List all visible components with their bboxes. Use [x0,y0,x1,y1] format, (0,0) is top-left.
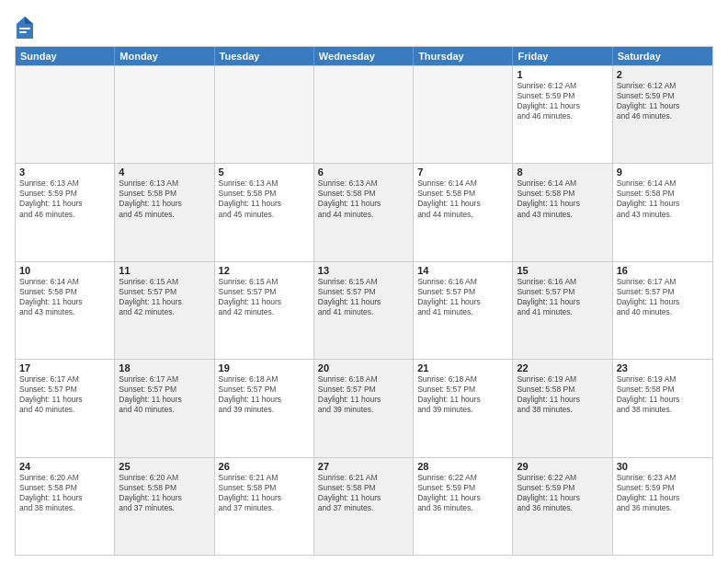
day-info: Sunrise: 6:21 AM Sunset: 5:58 PM Dayligh… [318,473,409,513]
day-info: Sunrise: 6:15 AM Sunset: 5:57 PM Dayligh… [318,277,409,317]
svg-rect-2 [19,28,30,29]
day-number: 1 [517,69,608,80]
calendar-cell: 6Sunrise: 6:13 AM Sunset: 5:58 PM Daylig… [314,164,414,260]
day-number: 3 [19,167,110,178]
day-info: Sunrise: 6:16 AM Sunset: 5:57 PM Dayligh… [517,277,608,317]
calendar-header: SundayMondayTuesdayWednesdayThursdayFrid… [16,47,712,65]
day-number: 19 [219,362,310,373]
day-info: Sunrise: 6:17 AM Sunset: 5:57 PM Dayligh… [19,374,110,415]
calendar-cell [314,66,414,163]
header-day-friday: Friday [513,47,612,65]
day-info: Sunrise: 6:19 AM Sunset: 5:58 PM Dayligh… [617,374,709,415]
header-day-monday: Monday [115,47,214,65]
day-number: 8 [517,167,608,178]
day-info: Sunrise: 6:17 AM Sunset: 5:57 PM Dayligh… [119,374,210,415]
day-number: 11 [119,265,210,276]
calendar-cell: 23Sunrise: 6:19 AM Sunset: 5:58 PM Dayli… [613,360,712,456]
calendar-body: 1Sunrise: 6:12 AM Sunset: 5:59 PM Daylig… [16,65,712,555]
header-day-wednesday: Wednesday [314,47,414,65]
calendar-week-5: 24Sunrise: 6:20 AM Sunset: 5:58 PM Dayli… [16,457,712,555]
day-number: 2 [617,69,709,80]
calendar-cell: 2Sunrise: 6:12 AM Sunset: 5:59 PM Daylig… [613,66,712,163]
day-info: Sunrise: 6:15 AM Sunset: 5:57 PM Dayligh… [219,277,310,317]
header-day-saturday: Saturday [613,47,712,65]
day-info: Sunrise: 6:22 AM Sunset: 5:59 PM Dayligh… [417,473,508,513]
calendar-cell [414,66,513,163]
calendar-cell: 4Sunrise: 6:13 AM Sunset: 5:58 PM Daylig… [115,164,214,260]
day-info: Sunrise: 6:14 AM Sunset: 5:58 PM Dayligh… [517,178,608,219]
day-number: 20 [318,362,409,373]
day-number: 23 [617,362,709,373]
day-info: Sunrise: 6:13 AM Sunset: 5:58 PM Dayligh… [119,178,210,219]
day-info: Sunrise: 6:18 AM Sunset: 5:57 PM Dayligh… [219,374,310,415]
day-info: Sunrise: 6:14 AM Sunset: 5:58 PM Dayligh… [417,178,508,219]
svg-rect-3 [19,31,27,33]
calendar-cell: 27Sunrise: 6:21 AM Sunset: 5:58 PM Dayli… [314,458,414,555]
header-day-thursday: Thursday [414,47,513,65]
calendar-cell: 7Sunrise: 6:14 AM Sunset: 5:58 PM Daylig… [414,164,513,260]
calendar-cell: 8Sunrise: 6:14 AM Sunset: 5:58 PM Daylig… [513,164,612,260]
calendar: SundayMondayTuesdayWednesdayThursdayFrid… [15,46,713,556]
day-info: Sunrise: 6:14 AM Sunset: 5:58 PM Dayligh… [617,178,709,219]
day-info: Sunrise: 6:14 AM Sunset: 5:58 PM Dayligh… [19,277,110,317]
calendar-week-4: 17Sunrise: 6:17 AM Sunset: 5:57 PM Dayli… [16,359,712,456]
day-info: Sunrise: 6:12 AM Sunset: 5:59 PM Dayligh… [517,81,608,121]
day-number: 4 [119,167,210,178]
calendar-cell: 20Sunrise: 6:18 AM Sunset: 5:57 PM Dayli… [314,360,414,456]
day-info: Sunrise: 6:13 AM Sunset: 5:58 PM Dayligh… [219,178,310,219]
day-number: 27 [318,461,409,472]
calendar-cell: 18Sunrise: 6:17 AM Sunset: 5:57 PM Dayli… [115,360,214,456]
day-info: Sunrise: 6:17 AM Sunset: 5:57 PM Dayligh… [617,277,709,317]
day-number: 10 [19,265,110,276]
day-info: Sunrise: 6:20 AM Sunset: 5:58 PM Dayligh… [119,473,210,513]
calendar-cell: 25Sunrise: 6:20 AM Sunset: 5:58 PM Dayli… [115,458,214,555]
day-info: Sunrise: 6:15 AM Sunset: 5:57 PM Dayligh… [119,277,210,317]
day-number: 24 [19,461,110,472]
day-number: 29 [517,461,608,472]
calendar-week-1: 1Sunrise: 6:12 AM Sunset: 5:59 PM Daylig… [16,65,712,163]
day-info: Sunrise: 6:21 AM Sunset: 5:58 PM Dayligh… [219,473,310,513]
calendar-cell: 19Sunrise: 6:18 AM Sunset: 5:57 PM Dayli… [215,360,314,456]
day-number: 6 [318,167,409,178]
calendar-week-2: 3Sunrise: 6:13 AM Sunset: 5:59 PM Daylig… [16,163,712,260]
calendar-cell [215,66,314,163]
calendar-cell [115,66,214,163]
day-info: Sunrise: 6:13 AM Sunset: 5:58 PM Dayligh… [318,178,409,219]
day-number: 18 [119,362,210,373]
day-number: 12 [219,265,310,276]
day-number: 7 [417,167,508,178]
calendar-cell [16,66,115,163]
calendar-cell: 29Sunrise: 6:22 AM Sunset: 5:59 PM Dayli… [513,458,612,555]
logo [15,15,39,40]
calendar-cell: 13Sunrise: 6:15 AM Sunset: 5:57 PM Dayli… [314,262,414,359]
calendar-cell: 26Sunrise: 6:21 AM Sunset: 5:58 PM Dayli… [215,458,314,555]
day-info: Sunrise: 6:12 AM Sunset: 5:59 PM Dayligh… [617,81,709,121]
day-info: Sunrise: 6:22 AM Sunset: 5:59 PM Dayligh… [517,473,608,513]
calendar-week-3: 10Sunrise: 6:14 AM Sunset: 5:58 PM Dayli… [16,261,712,359]
day-number: 25 [119,461,210,472]
day-info: Sunrise: 6:13 AM Sunset: 5:59 PM Dayligh… [19,178,110,219]
day-info: Sunrise: 6:19 AM Sunset: 5:58 PM Dayligh… [517,374,608,415]
day-number: 9 [617,167,709,178]
day-number: 5 [219,167,310,178]
svg-marker-1 [25,17,33,24]
day-info: Sunrise: 6:18 AM Sunset: 5:57 PM Dayligh… [318,374,409,415]
day-info: Sunrise: 6:23 AM Sunset: 5:59 PM Dayligh… [617,473,709,513]
day-info: Sunrise: 6:20 AM Sunset: 5:58 PM Dayligh… [19,473,110,513]
day-number: 16 [617,265,709,276]
day-number: 30 [617,461,709,472]
day-number: 13 [318,265,409,276]
day-number: 17 [19,362,110,373]
logo-icon [15,15,35,40]
calendar-cell: 17Sunrise: 6:17 AM Sunset: 5:57 PM Dayli… [16,360,115,456]
calendar-cell: 16Sunrise: 6:17 AM Sunset: 5:57 PM Dayli… [613,262,712,359]
calendar-cell: 24Sunrise: 6:20 AM Sunset: 5:58 PM Dayli… [16,458,115,555]
calendar-cell: 10Sunrise: 6:14 AM Sunset: 5:58 PM Dayli… [16,262,115,359]
calendar-cell: 21Sunrise: 6:18 AM Sunset: 5:57 PM Dayli… [414,360,513,456]
calendar-cell: 15Sunrise: 6:16 AM Sunset: 5:57 PM Dayli… [513,262,612,359]
calendar-cell: 1Sunrise: 6:12 AM Sunset: 5:59 PM Daylig… [513,66,612,163]
calendar-cell: 28Sunrise: 6:22 AM Sunset: 5:59 PM Dayli… [414,458,513,555]
calendar-cell: 5Sunrise: 6:13 AM Sunset: 5:58 PM Daylig… [215,164,314,260]
day-number: 28 [417,461,508,472]
day-number: 26 [219,461,310,472]
